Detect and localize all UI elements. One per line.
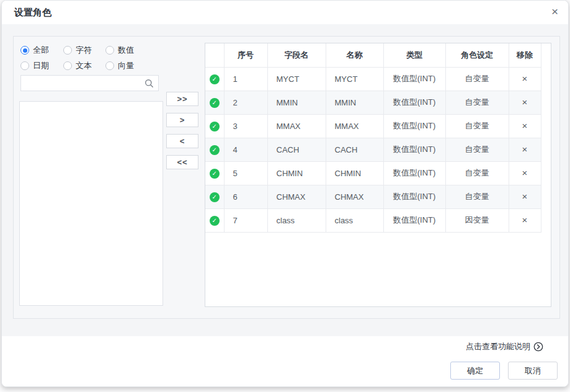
table-row[interactable]: ✓7classclass数值型(INT)因变量×	[205, 208, 551, 232]
radio-icon[interactable]	[63, 46, 72, 55]
check-icon: ✓	[210, 216, 220, 226]
field-name-cell: CHMAX	[267, 185, 326, 208]
dialog-footer: 点击查看功能说明 确定 取消	[2, 336, 568, 386]
role-cell[interactable]: 自变量	[445, 185, 509, 208]
move-right-button[interactable]: >	[166, 113, 198, 127]
header-cell: 序号	[224, 43, 267, 67]
row-no-cell: 5	[224, 161, 267, 185]
dialog-content: 全部字符数值日期文本向量 >>><<<	[2, 24, 568, 337]
role-cell[interactable]: 自变量	[445, 114, 509, 138]
row-no-cell: 7	[224, 208, 267, 232]
name-cell: MYCT	[326, 67, 383, 91]
dialog-title: 设置角色	[14, 7, 51, 19]
remove-cell: ×	[509, 185, 541, 208]
row-gutter-cell	[541, 161, 551, 185]
radio-icon[interactable]	[63, 61, 72, 70]
cancel-button[interactable]: 取消	[508, 362, 558, 380]
role-cell[interactable]: 自变量	[445, 138, 509, 161]
move-left-button[interactable]: <	[166, 134, 198, 148]
radio-icon[interactable]	[105, 61, 114, 70]
radio-icon[interactable]	[20, 61, 29, 70]
row-gutter-cell	[541, 91, 551, 114]
radio-option-字符[interactable]: 字符	[63, 45, 105, 56]
row-gutter-cell	[541, 114, 551, 138]
role-panel: 全部字符数值日期文本向量 >>><<<	[13, 36, 560, 319]
help-link-label: 点击查看功能说明	[466, 341, 530, 352]
type-cell: 数值型(INT)	[383, 185, 445, 208]
check-icon: ✓	[210, 122, 220, 131]
move-all-left-button[interactable]: <<	[166, 155, 198, 169]
check-icon: ✓	[210, 169, 220, 179]
name-cell: MMAX	[326, 114, 383, 138]
type-cell: 数值型(INT)	[383, 138, 445, 161]
type-cell: 数值型(INT)	[383, 67, 445, 91]
radio-label: 数值	[118, 45, 134, 56]
remove-button[interactable]: ×	[522, 97, 528, 107]
row-select-cell[interactable]: ✓	[205, 91, 224, 114]
table-row[interactable]: ✓5CHMINCHMIN数值型(INT)自变量×	[205, 161, 551, 185]
role-cell[interactable]: 自变量	[445, 161, 509, 185]
remove-cell: ×	[509, 161, 541, 185]
check-icon: ✓	[210, 145, 220, 155]
close-icon[interactable]: ×	[551, 5, 558, 19]
table-row[interactable]: ✓6CHMAXCHMAX数值型(INT)自变量×	[205, 185, 551, 208]
radio-option-日期[interactable]: 日期	[20, 60, 63, 71]
search-icon	[145, 79, 154, 91]
name-cell: CHMAX	[326, 185, 383, 208]
row-no-cell: 6	[224, 185, 267, 208]
remove-button[interactable]: ×	[522, 121, 528, 130]
move-all-right-button[interactable]: >>	[166, 92, 198, 106]
row-gutter-cell	[541, 185, 551, 208]
row-gutter-cell	[541, 208, 551, 232]
table-row[interactable]: ✓4CACHCACH数值型(INT)自变量×	[205, 138, 551, 161]
field-search-box	[20, 75, 159, 91]
remove-button[interactable]: ×	[522, 145, 528, 154]
table-row[interactable]: ✓2MMINMMIN数值型(INT)自变量×	[205, 91, 551, 114]
help-circle-arrow-icon	[533, 342, 543, 352]
help-link[interactable]: 点击查看功能说明	[466, 341, 543, 352]
search-input[interactable]	[21, 76, 158, 91]
radio-option-数值[interactable]: 数值	[105, 45, 150, 56]
table-header-row: 序号字段名名称类型角色设定移除	[205, 43, 551, 67]
row-no-cell: 3	[224, 114, 267, 138]
ok-button[interactable]: 确定	[450, 362, 500, 380]
radio-icon[interactable]	[20, 46, 29, 55]
name-cell: MMIN	[326, 91, 383, 114]
remove-button[interactable]: ×	[522, 168, 528, 177]
remove-button[interactable]: ×	[522, 74, 528, 83]
table-row[interactable]: ✓1MYCTMYCT数值型(INT)自变量×	[205, 67, 551, 91]
radio-label: 文本	[76, 60, 92, 71]
name-cell: class	[326, 208, 383, 232]
table-body: ✓1MYCTMYCT数值型(INT)自变量×✓2MMINMMIN数值型(INT)…	[205, 67, 551, 232]
row-select-cell[interactable]: ✓	[205, 67, 224, 91]
header-gutter-cell	[541, 43, 551, 67]
row-select-cell[interactable]: ✓	[205, 208, 224, 232]
check-icon: ✓	[210, 98, 220, 108]
radio-option-文本[interactable]: 文本	[63, 60, 105, 71]
row-select-cell[interactable]: ✓	[205, 185, 224, 208]
field-name-cell: CACH	[267, 138, 326, 161]
remove-cell: ×	[509, 138, 541, 161]
remove-button[interactable]: ×	[522, 192, 528, 201]
radio-option-全部[interactable]: 全部	[20, 45, 63, 56]
role-cell[interactable]: 自变量	[445, 91, 509, 114]
field-name-cell: MYCT	[267, 67, 326, 91]
name-cell: CACH	[326, 138, 383, 161]
role-cell[interactable]: 因变量	[445, 208, 509, 232]
row-select-cell[interactable]: ✓	[205, 161, 224, 185]
remove-cell: ×	[509, 114, 541, 138]
radio-icon[interactable]	[105, 46, 114, 55]
row-no-cell: 2	[224, 91, 267, 114]
row-select-cell[interactable]: ✓	[205, 138, 224, 161]
table-row[interactable]: ✓3MMAXMMAX数值型(INT)自变量×	[205, 114, 551, 138]
remove-cell: ×	[509, 91, 541, 114]
row-no-cell: 4	[224, 138, 267, 161]
transfer-button-group: >>><<<	[166, 92, 198, 176]
remove-button[interactable]: ×	[522, 215, 528, 225]
available-fields-list[interactable]	[19, 101, 163, 306]
radio-option-向量[interactable]: 向量	[105, 60, 150, 71]
role-cell[interactable]: 自变量	[445, 67, 509, 91]
header-cell: 角色设定	[445, 43, 509, 67]
row-select-cell[interactable]: ✓	[205, 114, 224, 138]
row-gutter-cell	[541, 138, 551, 161]
